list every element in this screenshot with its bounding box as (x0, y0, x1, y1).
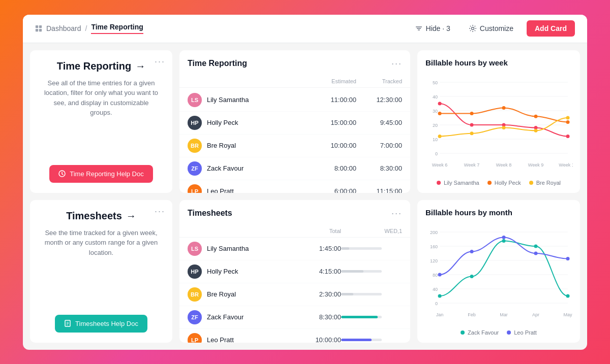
svg-text:30: 30 (433, 109, 438, 114)
svg-point-67 (438, 273, 442, 276)
svg-point-37 (470, 131, 474, 135)
avatar: HP (188, 264, 202, 279)
legend-dot-zack (461, 330, 465, 335)
filter-icon (415, 24, 423, 32)
table-menu-time-reporting[interactable]: ··· (391, 58, 402, 69)
svg-text:10: 10 (433, 137, 438, 142)
table-menu-timesheets[interactable]: ··· (391, 208, 402, 219)
tracked-time: 11:15:00 (356, 187, 402, 193)
person-name: Zack Favour (207, 313, 243, 321)
svg-point-35 (566, 120, 570, 123)
svg-text:120: 120 (430, 258, 438, 263)
card-menu-timesheets[interactable]: ··· (155, 206, 165, 217)
svg-point-27 (470, 123, 474, 126)
card-menu-time-reporting[interactable]: ··· (155, 56, 165, 67)
table-row: LS Lily Samantha 11:00:00 12:30:00 (179, 89, 410, 112)
avatar: LS (188, 242, 202, 256)
legend-dot-holly (487, 181, 492, 185)
time-reporting-info-card: ··· Time Reporting → See all of the time… (30, 50, 172, 193)
svg-text:200: 200 (430, 230, 438, 235)
progress-cell (341, 339, 402, 341)
customize-button[interactable]: Customize (464, 21, 518, 36)
monthly-chart-legend: Zack Favour Leo Pratt (425, 329, 572, 336)
progress-cell (341, 247, 402, 250)
nav-actions: Hide · 3 Customize Add Card (410, 20, 575, 37)
svg-text:40: 40 (433, 287, 438, 292)
timesheets-table-card: Timesheets ··· Total WED,1 LS Lily Saman… (179, 200, 410, 343)
svg-point-65 (534, 244, 538, 248)
person-name: Holly Peck (207, 119, 238, 126)
doc-icon (64, 320, 71, 327)
progress-bar (341, 316, 378, 318)
monthly-chart-card: Billable hours by month 04080120160200Ja… (417, 200, 580, 343)
weekly-chart-legend: Lily Samantha Holly Peck Bre Royal (425, 180, 572, 186)
svg-rect-1 (39, 25, 42, 28)
person-cell: HP Holly Peck (188, 116, 306, 130)
svg-point-64 (502, 239, 506, 243)
timesheets-rows: LS Lily Samantha 1:45:00 HP Holly Peck 4… (179, 238, 410, 343)
breadcrumb-dashboard[interactable]: Dashboard (46, 24, 81, 32)
svg-point-66 (566, 294, 570, 297)
person-name: Zack Favour (207, 164, 243, 172)
weekly-chart-card: Billable hours by week 01020304050Week 6… (417, 50, 580, 193)
progress-bar-container (341, 316, 382, 318)
tracked-time: 7:00:00 (356, 142, 402, 149)
svg-point-70 (534, 251, 538, 255)
person-cell: ZF Zack Favour (188, 161, 306, 176)
svg-point-62 (438, 294, 442, 297)
timesheets-help-button[interactable]: Timesheets Help Doc (55, 315, 147, 333)
person-name: Leo Pratt (207, 336, 234, 343)
progress-bar (341, 270, 363, 273)
time-reporting-table-card: Time Reporting ··· Estimated Tracked LS … (179, 50, 410, 193)
avatar: LP (188, 333, 202, 343)
hide-button[interactable]: Hide · 3 (410, 21, 455, 36)
table-row: ZF Zack Favour 8:00:00 8:30:00 (179, 157, 410, 180)
legend-zack: Zack Favour (461, 329, 499, 336)
svg-text:50: 50 (433, 80, 438, 85)
svg-text:Week 9: Week 9 (528, 162, 543, 168)
time-reporting-info-desc: See all of the time entries for a given … (42, 78, 160, 118)
progress-bar-container (341, 339, 382, 341)
svg-rect-3 (39, 29, 42, 31)
svg-text:40: 40 (433, 94, 438, 100)
table-title-timesheets: Timesheets (188, 209, 232, 218)
legend-lily: Lily Samantha (437, 180, 479, 186)
person-cell: LS Lily Samantha (188, 242, 300, 256)
svg-point-36 (438, 134, 442, 138)
legend-holly: Holly Peck (487, 180, 521, 186)
svg-point-38 (502, 126, 506, 129)
col-person (188, 78, 306, 84)
svg-rect-0 (36, 25, 38, 28)
estimated-time: 10:00:00 (306, 142, 356, 149)
grid-icon (35, 25, 42, 32)
timesheets-info-desc: See the time tracked for a given week, m… (42, 228, 160, 258)
add-card-button[interactable]: Add Card (527, 20, 575, 37)
clock-icon (58, 170, 66, 177)
person-cell: LP Leo Pratt (188, 333, 300, 343)
hide-label: Hide · 3 (426, 24, 450, 32)
person-name: Holly Peck (207, 268, 238, 275)
svg-text:0: 0 (435, 301, 438, 306)
svg-point-68 (470, 250, 474, 253)
weekly-chart-title: Billable hours by week (425, 58, 572, 67)
col-tracked: Tracked (356, 78, 402, 84)
svg-text:160: 160 (430, 244, 438, 249)
svg-point-39 (534, 128, 538, 132)
svg-text:Feb: Feb (468, 312, 476, 317)
arrow-icon: → (135, 60, 145, 72)
table-header-time-reporting: Estimated Tracked (179, 75, 410, 88)
table-row: ZF Zack Favour 8:30:00 (179, 306, 410, 329)
total-time: 2:30:00 (300, 290, 341, 298)
person-cell: LS Lily Samantha (188, 93, 306, 107)
svg-rect-2 (36, 29, 38, 31)
svg-text:Week 6: Week 6 (432, 162, 447, 168)
total-time: 10:00:00 (300, 336, 341, 343)
svg-text:80: 80 (433, 273, 438, 278)
progress-cell (341, 316, 402, 318)
time-reporting-help-button[interactable]: Time Reporting Help Doc (49, 165, 152, 183)
progress-bar-container (341, 293, 382, 295)
svg-text:20: 20 (433, 123, 438, 128)
person-cell: ZF Zack Favour (188, 310, 300, 324)
ts-col-person (188, 228, 300, 234)
estimated-time: 11:00:00 (306, 96, 356, 104)
